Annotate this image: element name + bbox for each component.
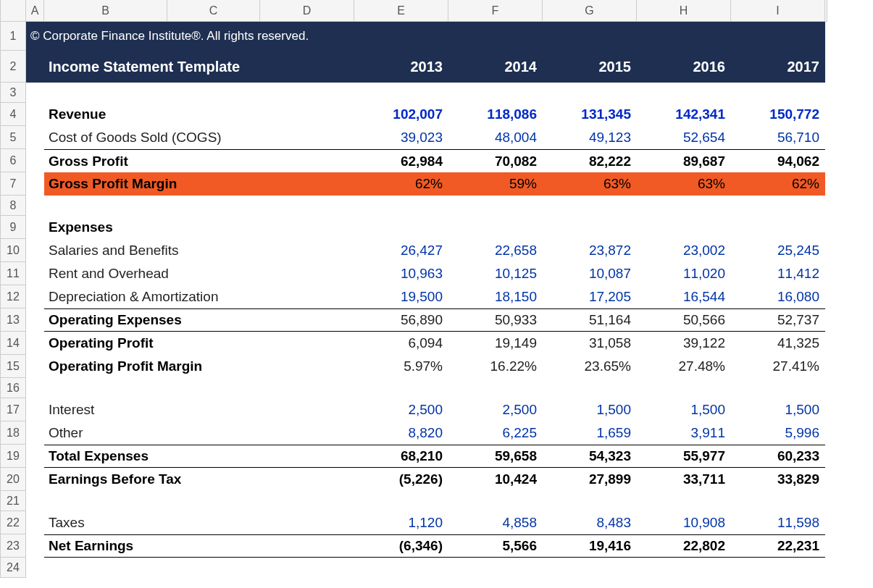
year-2014[interactable]: 2014 bbox=[448, 51, 543, 83]
cell-A2[interactable] bbox=[26, 51, 44, 83]
row-header-24[interactable]: 24 bbox=[0, 558, 26, 578]
taxes-label[interactable]: Taxes bbox=[44, 511, 354, 534]
op-profit-2014[interactable]: 19,149 bbox=[448, 332, 543, 355]
cell-A4[interactable] bbox=[26, 103, 44, 126]
taxes-2017[interactable]: 11,598 bbox=[731, 511, 825, 534]
row-header-16[interactable]: 16 bbox=[0, 378, 26, 398]
gpm-2013[interactable]: 62% bbox=[354, 172, 448, 196]
row-8-empty[interactable] bbox=[26, 196, 825, 216]
row-header-1[interactable]: 1 bbox=[0, 22, 26, 51]
gpm-2017[interactable]: 62% bbox=[731, 172, 825, 196]
taxes-2016[interactable]: 10,908 bbox=[637, 511, 731, 534]
total-exp-2014[interactable]: 59,658 bbox=[448, 445, 543, 468]
cell-A9[interactable] bbox=[26, 216, 44, 239]
total-exp-label[interactable]: Total Expenses bbox=[44, 445, 354, 468]
row-16-empty[interactable] bbox=[26, 378, 825, 398]
salaries-2017[interactable]: 25,245 bbox=[731, 239, 825, 262]
cogs-label[interactable]: Cost of Goods Sold (COGS) bbox=[44, 126, 354, 149]
opex-2015[interactable]: 51,164 bbox=[543, 308, 637, 332]
col-header-G[interactable]: G bbox=[543, 0, 637, 22]
rent-2013[interactable]: 10,963 bbox=[354, 262, 448, 285]
rent-2016[interactable]: 11,020 bbox=[637, 262, 731, 285]
interest-2016[interactable]: 1,500 bbox=[637, 398, 731, 421]
gpm-2015[interactable]: 63% bbox=[543, 172, 637, 196]
row-header-23[interactable]: 23 bbox=[0, 534, 26, 558]
interest-2017[interactable]: 1,500 bbox=[731, 398, 825, 421]
gross-profit-2016[interactable]: 89,687 bbox=[637, 149, 731, 172]
da-2014[interactable]: 18,150 bbox=[448, 285, 543, 308]
gross-profit-2014[interactable]: 70,082 bbox=[448, 149, 543, 172]
salaries-2015[interactable]: 23,872 bbox=[543, 239, 637, 262]
cell-A7[interactable] bbox=[26, 172, 44, 196]
opm-2016[interactable]: 27.48% bbox=[637, 355, 731, 378]
total-exp-2016[interactable]: 55,977 bbox=[637, 445, 731, 468]
net-2017[interactable]: 22,231 bbox=[731, 534, 825, 558]
title-cell[interactable]: Income Statement Template bbox=[44, 51, 354, 83]
rent-2014[interactable]: 10,125 bbox=[448, 262, 543, 285]
row-header-4[interactable]: 4 bbox=[0, 103, 26, 126]
other-label[interactable]: Other bbox=[44, 421, 354, 445]
other-2016[interactable]: 3,911 bbox=[637, 421, 731, 445]
interest-label[interactable]: Interest bbox=[44, 398, 354, 421]
year-2013[interactable]: 2013 bbox=[354, 51, 448, 83]
interest-2015[interactable]: 1,500 bbox=[543, 398, 637, 421]
gross-profit-2013[interactable]: 62,984 bbox=[354, 149, 448, 172]
row-3-empty[interactable] bbox=[26, 83, 825, 103]
salaries-label[interactable]: Salaries and Benefits bbox=[44, 239, 354, 262]
row-header-3[interactable]: 3 bbox=[0, 83, 26, 103]
col-header-H[interactable]: H bbox=[637, 0, 731, 22]
rent-2017[interactable]: 11,412 bbox=[731, 262, 825, 285]
select-all-corner[interactable] bbox=[0, 0, 26, 22]
cell-A12[interactable] bbox=[26, 285, 44, 308]
da-2015[interactable]: 17,205 bbox=[543, 285, 637, 308]
opm-2013[interactable]: 5.97% bbox=[354, 355, 448, 378]
col-header-E[interactable]: E bbox=[354, 0, 448, 22]
cogs-2013[interactable]: 39,023 bbox=[354, 126, 448, 149]
copyright-cell[interactable]: © Corporate Finance Institute®. All righ… bbox=[26, 22, 825, 51]
col-header-C[interactable]: C bbox=[167, 0, 260, 22]
row-header-20[interactable]: 20 bbox=[0, 468, 26, 491]
revenue-label[interactable]: Revenue bbox=[44, 103, 354, 126]
col-header-B[interactable]: B bbox=[44, 0, 167, 22]
total-exp-2017[interactable]: 60,233 bbox=[731, 445, 825, 468]
cogs-2014[interactable]: 48,004 bbox=[448, 126, 543, 149]
col-header-F[interactable]: F bbox=[448, 0, 543, 22]
row-header-9[interactable]: 9 bbox=[0, 216, 26, 239]
row-header-7[interactable]: 7 bbox=[0, 172, 26, 196]
row-header-10[interactable]: 10 bbox=[0, 239, 26, 262]
row-header-6[interactable]: 6 bbox=[0, 149, 26, 172]
da-label[interactable]: Depreciation & Amortization bbox=[44, 285, 354, 308]
gpm-label[interactable]: Gross Profit Margin bbox=[44, 172, 354, 196]
revenue-2014[interactable]: 118,086 bbox=[448, 103, 543, 126]
opex-2016[interactable]: 50,566 bbox=[637, 308, 731, 332]
cogs-2016[interactable]: 52,654 bbox=[637, 126, 731, 149]
row-header-19[interactable]: 19 bbox=[0, 445, 26, 468]
ebt-label[interactable]: Earnings Before Tax bbox=[44, 468, 354, 491]
cell-A22[interactable] bbox=[26, 511, 44, 534]
total-exp-2015[interactable]: 54,323 bbox=[543, 445, 637, 468]
other-2017[interactable]: 5,996 bbox=[731, 421, 825, 445]
op-profit-label[interactable]: Operating Profit bbox=[44, 332, 354, 355]
row-header-18[interactable]: 18 bbox=[0, 421, 26, 445]
ebt-2014[interactable]: 10,424 bbox=[448, 468, 543, 491]
ebt-2015[interactable]: 27,899 bbox=[543, 468, 637, 491]
revenue-2013[interactable]: 102,007 bbox=[354, 103, 448, 126]
total-exp-2013[interactable]: 68,210 bbox=[354, 445, 448, 468]
op-profit-2013[interactable]: 6,094 bbox=[354, 332, 448, 355]
other-2013[interactable]: 8,820 bbox=[354, 421, 448, 445]
opex-2017[interactable]: 52,737 bbox=[731, 308, 825, 332]
gross-profit-2017[interactable]: 94,062 bbox=[731, 149, 825, 172]
rent-2015[interactable]: 10,087 bbox=[543, 262, 637, 285]
cell-A15[interactable] bbox=[26, 355, 44, 378]
row-header-15[interactable]: 15 bbox=[0, 355, 26, 378]
col-header-I[interactable]: I bbox=[731, 0, 825, 22]
year-2016[interactable]: 2016 bbox=[637, 51, 731, 83]
salaries-2013[interactable]: 26,427 bbox=[354, 239, 448, 262]
row-header-2[interactable]: 2 bbox=[0, 51, 26, 83]
gpm-2016[interactable]: 63% bbox=[637, 172, 731, 196]
opm-2014[interactable]: 16.22% bbox=[448, 355, 543, 378]
net-label[interactable]: Net Earnings bbox=[44, 534, 354, 558]
gross-profit-label[interactable]: Gross Profit bbox=[44, 149, 354, 172]
cell-A20[interactable] bbox=[26, 468, 44, 491]
year-2015[interactable]: 2015 bbox=[543, 51, 637, 83]
